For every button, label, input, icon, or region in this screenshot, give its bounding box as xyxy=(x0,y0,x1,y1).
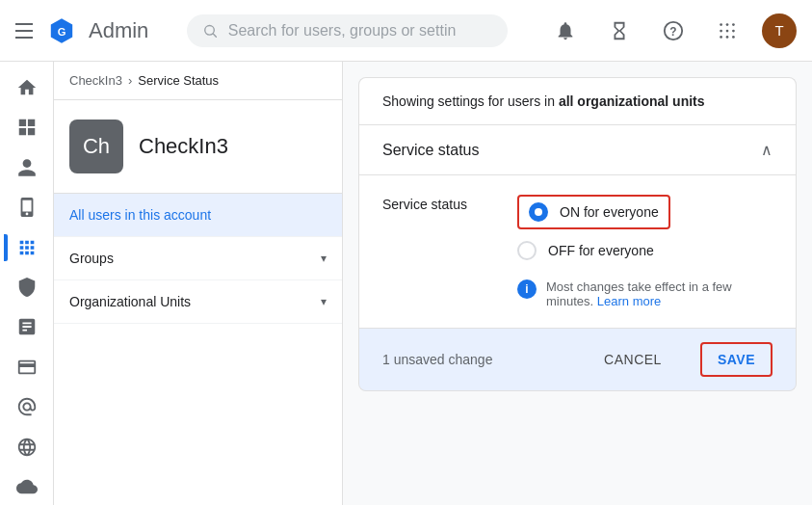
apps-nav-icon[interactable] xyxy=(4,229,50,265)
service-content: Service status ON for everyone OFF for e… xyxy=(359,175,796,328)
chevron-down-icon: ▾ xyxy=(321,252,327,265)
search-icon xyxy=(202,22,218,40)
cancel-button[interactable]: CANCEL xyxy=(589,344,677,375)
topbar: G Admin ? xyxy=(0,0,812,62)
org-header: Ch CheckIn3 xyxy=(54,100,342,194)
radio-on-button[interactable] xyxy=(529,202,548,222)
service-section: Service status ∧ Service status ON for e… xyxy=(358,124,797,329)
grid-icon[interactable] xyxy=(708,12,747,50)
topbar-actions: ? T xyxy=(546,12,797,50)
svg-point-11 xyxy=(732,29,735,32)
service-section-title: Service status xyxy=(382,142,479,159)
device-nav-icon[interactable] xyxy=(4,189,50,225)
svg-point-9 xyxy=(720,29,722,32)
sidebar-icons xyxy=(0,62,54,505)
nav-org-units-label: Organizational Units xyxy=(69,294,191,309)
svg-text:G: G xyxy=(58,25,66,37)
nav-org-units[interactable]: Organizational Units ▾ xyxy=(54,280,342,324)
right-panel: Showing settings for users in all organi… xyxy=(343,62,812,505)
main-layout: CheckIn3 › Service Status Ch CheckIn3 Al… xyxy=(0,62,812,505)
svg-point-10 xyxy=(726,29,729,32)
left-panel: CheckIn3 › Service Status Ch CheckIn3 Al… xyxy=(54,62,343,505)
radio-off-option[interactable]: OFF for everyone xyxy=(517,241,670,260)
nav-all-users[interactable]: All users in this account xyxy=(54,194,342,237)
svg-point-12 xyxy=(720,36,722,39)
cloud-nav-icon[interactable] xyxy=(4,469,50,505)
chevron-up-icon: ∧ xyxy=(761,141,773,159)
info-icon: i xyxy=(517,279,537,299)
svg-point-7 xyxy=(726,23,729,26)
svg-point-13 xyxy=(726,36,729,39)
google-logo: G xyxy=(46,15,77,46)
settings-header: Showing settings for users in all organi… xyxy=(358,77,797,124)
svg-point-6 xyxy=(720,23,722,26)
breadcrumb: CheckIn3 › Service Status xyxy=(54,62,342,100)
app-title: Admin xyxy=(89,18,148,43)
globe-nav-icon[interactable] xyxy=(4,429,50,465)
chevron-down-icon-2: ▾ xyxy=(321,295,327,308)
notifications-icon[interactable] xyxy=(546,12,585,50)
info-box: i Most changes take effect in a few minu… xyxy=(382,279,773,308)
radio-on-option[interactable]: ON for everyone xyxy=(517,195,670,229)
home-nav-icon[interactable] xyxy=(4,69,50,105)
email-nav-icon[interactable] xyxy=(4,389,50,425)
dashboard-nav-icon[interactable] xyxy=(4,109,50,145)
help-icon[interactable]: ? xyxy=(654,12,693,50)
avatar[interactable]: T xyxy=(762,13,797,48)
topbar-left: G Admin xyxy=(15,15,148,46)
save-button[interactable]: SAVE xyxy=(700,342,773,377)
footer-bar: 1 unsaved change CANCEL SAVE xyxy=(358,329,797,391)
breadcrumb-separator: › xyxy=(128,73,132,88)
radio-off-label: OFF for everyone xyxy=(548,243,654,258)
hourglass-icon[interactable] xyxy=(600,12,639,50)
service-label: Service status xyxy=(382,195,479,212)
search-bar[interactable] xyxy=(187,14,508,47)
org-avatar: Ch xyxy=(69,120,123,173)
info-text: Most changes take effect in a few minute… xyxy=(546,279,773,308)
service-row: Service status ON for everyone OFF for e… xyxy=(382,195,773,260)
nav-groups-label: Groups xyxy=(69,251,114,266)
breadcrumb-current: Service Status xyxy=(138,73,219,88)
learn-more-link[interactable]: Learn more xyxy=(597,294,662,308)
svg-point-8 xyxy=(732,23,735,26)
radio-off-button[interactable] xyxy=(517,241,537,260)
svg-point-14 xyxy=(732,36,735,39)
radio-group: ON for everyone OFF for everyone xyxy=(517,195,670,260)
breadcrumb-parent[interactable]: CheckIn3 xyxy=(69,73,122,88)
settings-header-prefix: Showing settings for users in xyxy=(382,93,555,109)
search-input[interactable] xyxy=(228,22,492,40)
users-nav-icon[interactable] xyxy=(4,149,50,185)
unsaved-text: 1 unsaved change xyxy=(382,352,492,367)
billing-nav-icon[interactable] xyxy=(4,349,50,385)
org-name: CheckIn3 xyxy=(139,134,228,159)
service-section-header[interactable]: Service status ∧ xyxy=(359,125,796,175)
svg-text:?: ? xyxy=(669,24,676,38)
svg-line-3 xyxy=(214,34,217,37)
analytics-nav-icon[interactable] xyxy=(4,309,50,345)
radio-on-inner xyxy=(535,208,542,216)
security-nav-icon[interactable] xyxy=(4,269,50,305)
nav-all-users-label: All users in this account xyxy=(69,207,211,223)
menu-icon[interactable] xyxy=(15,19,39,42)
settings-header-highlight: all organizational units xyxy=(559,93,705,109)
radio-on-label: ON for everyone xyxy=(560,204,659,220)
nav-groups[interactable]: Groups ▾ xyxy=(54,237,342,280)
